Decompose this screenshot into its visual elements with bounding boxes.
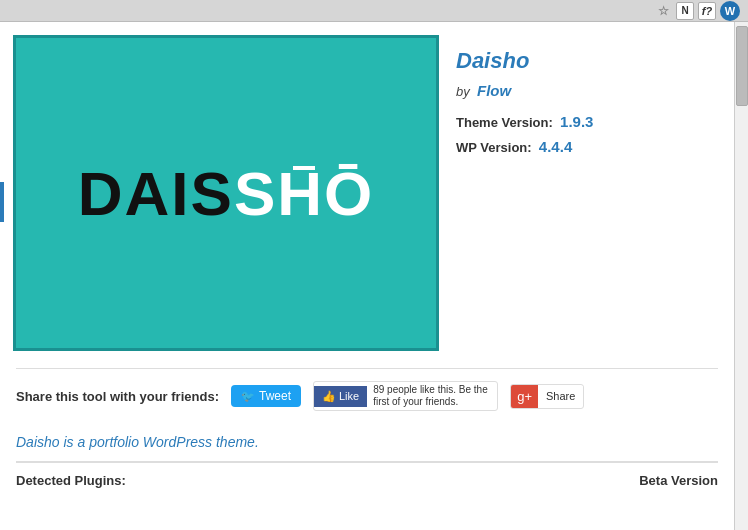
author-name-link[interactable]: Flow — [477, 82, 511, 99]
share-label: Share this tool with your friends: — [16, 389, 219, 404]
description-section: Daisho is a portfolio WordPress theme. — [16, 423, 718, 462]
main-section: DAIS SHŌ Daisho by Flow Theme Version: — [16, 38, 718, 348]
beta-version-label: Beta Version — [639, 473, 718, 488]
theme-preview-image: DAIS SHŌ — [16, 38, 436, 348]
bookmark-star-icon[interactable]: ☆ — [654, 2, 672, 20]
googleplus-share-button[interactable]: Share — [538, 386, 583, 406]
font-icon[interactable]: f? — [698, 2, 716, 20]
wp-version-label: WP Version: — [456, 140, 532, 155]
wp-version-label-row: WP Version: 4.4.4 — [456, 138, 593, 155]
description-text: Daisho is a portfolio WordPress theme. — [16, 434, 259, 450]
wordpress-icon[interactable]: W — [720, 1, 740, 21]
logo-bar-decoration — [293, 166, 315, 170]
googleplus-icon: g+ — [517, 389, 532, 404]
page-content: DAIS SHŌ Daisho by Flow Theme Version: — [0, 22, 734, 530]
facebook-like-button[interactable]: 👍 Like — [314, 386, 367, 407]
googleplus-share-label: Share — [546, 390, 575, 402]
detected-plugins-label: Detected Plugins: — [16, 473, 126, 488]
footer-section: Detected Plugins: Beta Version — [16, 462, 718, 488]
version-label: Theme Version: — [456, 115, 553, 130]
like-button-label: Like — [339, 390, 359, 402]
version-value: 1.9.3 — [560, 113, 593, 130]
tweet-button[interactable]: 🐦 Tweet — [231, 385, 301, 407]
logo-sho-text: SHŌ — [234, 158, 374, 229]
left-accent-bar — [0, 182, 4, 222]
tweet-button-label: Tweet — [259, 389, 291, 403]
share-section: Share this tool with your friends: 🐦 Twe… — [16, 368, 718, 423]
googleplus-icon-button[interactable]: g+ — [511, 385, 538, 408]
facebook-thumbs-icon: 👍 — [322, 390, 336, 403]
browser-toolbar: ☆ N f? W — [0, 0, 748, 22]
theme-title: Daisho — [456, 48, 593, 74]
facebook-like-count-text: 89 people like this. Be the first of you… — [367, 382, 497, 410]
theme-version-row: Theme Version: 1.9.3 WP Version: 4.4.4 — [456, 113, 593, 155]
scrollbar-thumb[interactable] — [736, 26, 748, 106]
theme-info-panel: Daisho by Flow Theme Version: 1.9.3 WP V… — [456, 38, 593, 348]
theme-logo: DAIS SHŌ — [78, 158, 375, 229]
wp-version-value: 4.4.4 — [539, 138, 572, 155]
scrollbar[interactable] — [734, 22, 748, 530]
theme-author: by Flow — [456, 82, 593, 99]
logo-dais-text: DAIS — [78, 158, 234, 229]
notion-icon[interactable]: N — [676, 2, 694, 20]
facebook-like-wrapper: 👍 Like 89 people like this. Be the first… — [313, 381, 498, 411]
author-prefix: by — [456, 84, 470, 99]
content-wrapper: DAIS SHŌ Daisho by Flow Theme Version: — [0, 22, 748, 530]
googleplus-share-wrapper: g+ Share — [510, 384, 584, 409]
version-label-row: Theme Version: 1.9.3 — [456, 113, 593, 130]
twitter-bird-icon: 🐦 — [241, 390, 255, 403]
